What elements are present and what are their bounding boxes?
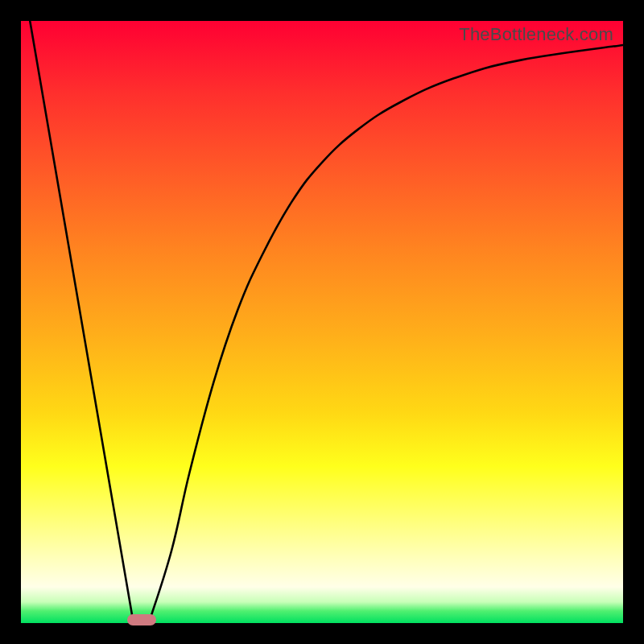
plot-area: TheBottleneck.com — [21, 21, 623, 623]
optimum-marker — [127, 614, 156, 625]
chart-frame: TheBottleneck.com — [0, 0, 644, 644]
watermark-text: TheBottleneck.com — [459, 24, 613, 45]
right-ascent-curve — [150, 45, 623, 620]
curve-layer — [21, 21, 623, 623]
left-descent-line — [30, 21, 133, 620]
